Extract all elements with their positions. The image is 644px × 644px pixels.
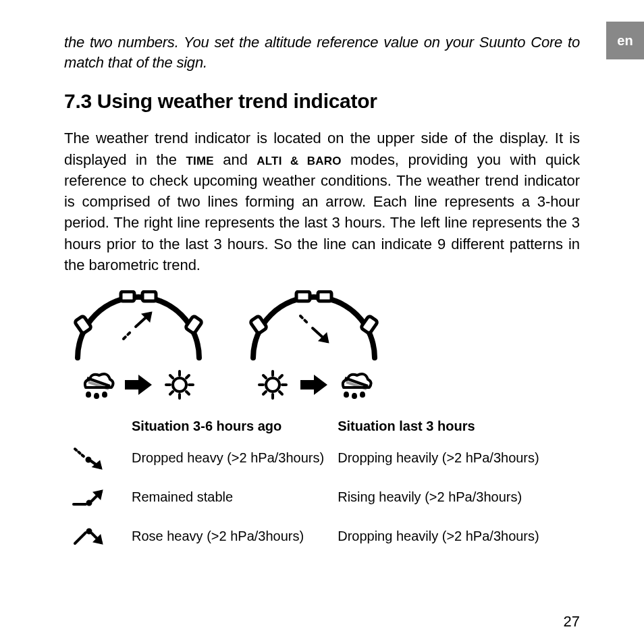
mode-time: TIME	[186, 155, 213, 167]
svg-line-38	[75, 449, 84, 457]
svg-point-39	[87, 458, 90, 462]
body-post: modes, providing you with quick referenc…	[64, 151, 580, 273]
arrow-right-icon	[125, 375, 152, 395]
cell-now: Rising heavily (>2 hPa/3hours)	[331, 477, 546, 516]
figure-falling	[240, 290, 388, 401]
cell-now: Dropping heavily (>2 hPa/3hours)	[331, 438, 546, 477]
table-row: Rose heavy (>2 hPa/3hours) Dropping heav…	[64, 516, 546, 556]
svg-point-43	[88, 502, 91, 505]
cell-prev: Remained stable	[125, 477, 331, 516]
svg-point-47	[88, 530, 91, 533]
svg-point-26	[266, 378, 279, 392]
svg-line-34	[263, 392, 266, 394]
svg-line-18	[170, 392, 173, 394]
col-now: Situation last 3 hours	[331, 416, 546, 438]
svg-rect-20	[318, 292, 331, 301]
table-header-row: Situation 3-6 hours ago Situation last 3…	[64, 416, 546, 438]
svg-rect-19	[296, 292, 310, 301]
body-paragraph: The weather trend indicator is located o…	[64, 128, 580, 275]
col-prev: Situation 3-6 hours ago	[125, 416, 331, 438]
svg-line-31	[263, 375, 266, 378]
cloud-rain-icon	[337, 369, 373, 401]
mode-altibaro: ALTI & BARO	[257, 155, 341, 167]
svg-line-46	[75, 533, 86, 543]
svg-point-10	[173, 378, 186, 392]
cell-prev: Dropped heavy (>2 hPa/3hours)	[125, 438, 331, 477]
trend-down-down-icon	[71, 445, 106, 471]
svg-line-16	[186, 392, 189, 394]
svg-line-32	[279, 392, 282, 394]
watch-rising-icon	[64, 290, 213, 362]
svg-rect-0	[121, 292, 134, 301]
section-heading: 7.3 Using weather trend indicator	[64, 90, 580, 113]
table-row: Dropped heavy (>2 hPa/3hours) Dropping h…	[64, 438, 546, 477]
figure-rising	[64, 290, 213, 401]
svg-line-4	[124, 331, 132, 339]
language-tab: en	[606, 22, 644, 59]
page-content: the two numbers. You set the altitude re…	[64, 18, 580, 630]
svg-line-15	[170, 375, 173, 378]
sun-icon	[254, 369, 291, 401]
figure-row	[64, 290, 580, 401]
arrow-right-icon	[300, 375, 327, 395]
svg-rect-1	[142, 292, 156, 301]
watch-falling-icon	[240, 290, 388, 362]
svg-line-17	[186, 375, 189, 378]
cell-now: Dropping heavily (>2 hPa/3hours)	[331, 516, 546, 556]
svg-marker-35	[300, 375, 327, 395]
sun-icon	[161, 369, 198, 401]
table-row: Remained stable Rising heavily (>2 hPa/3…	[64, 477, 546, 516]
trend-table: Situation 3-6 hours ago Situation last 3…	[64, 416, 546, 556]
svg-line-33	[279, 375, 282, 378]
svg-marker-9	[125, 375, 152, 395]
page-number: 27	[564, 613, 580, 630]
svg-line-23	[300, 316, 308, 324]
trend-flat-up-icon	[71, 484, 106, 510]
trend-up-down-icon	[71, 523, 106, 549]
body-mid1: and	[214, 151, 257, 168]
cloud-rain-icon	[79, 369, 115, 401]
cell-prev: Rose heavy (>2 hPa/3hours)	[125, 516, 331, 556]
lead-paragraph: the two numbers. You set the altitude re…	[64, 32, 580, 72]
